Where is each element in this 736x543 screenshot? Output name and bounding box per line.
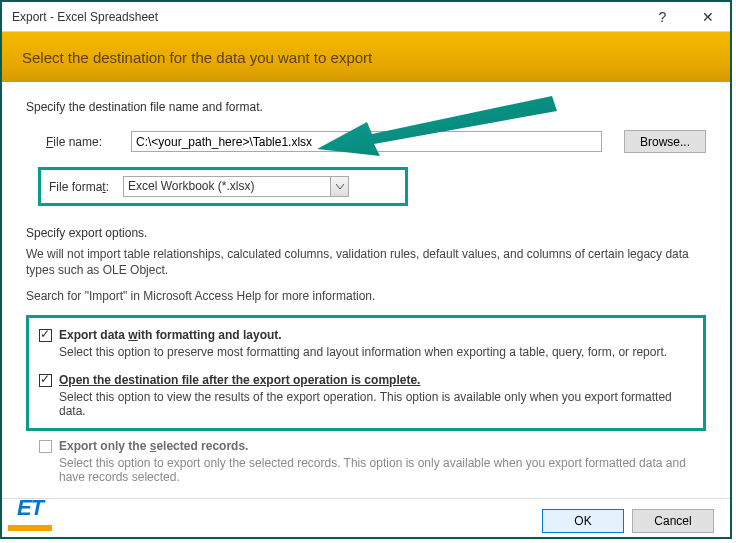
footer: OK Cancel xyxy=(2,499,730,543)
cancel-button[interactable]: Cancel xyxy=(632,509,714,533)
titlebar: Export - Excel Spreadsheet ? ✕ xyxy=(2,2,730,32)
option-export-formatting-desc: Select this option to preserve most form… xyxy=(59,345,693,359)
banner-text: Select the destination for the data you … xyxy=(22,49,372,66)
titlebar-controls: ? ✕ xyxy=(640,2,730,31)
content: Specify the destination file name and fo… xyxy=(2,82,730,499)
option-selected-records: Export only the selected records. Select… xyxy=(39,439,706,484)
filename-row: File name: Browse... xyxy=(46,130,706,153)
ok-button[interactable]: OK xyxy=(542,509,624,533)
options-heading: Specify export options. xyxy=(26,226,706,240)
window-title: Export - Excel Spreadsheet xyxy=(12,10,640,24)
option-export-formatting-label: Export data with formatting and layout. xyxy=(59,328,693,342)
option-open-after: Open the destination file after the expo… xyxy=(39,373,693,418)
options-help-hint: Search for "Import" in Microsoft Access … xyxy=(26,288,706,304)
option-open-after-label: Open the destination file after the expo… xyxy=(59,373,693,387)
filename-label: File name: xyxy=(46,135,131,149)
browse-button[interactable]: Browse... xyxy=(624,130,706,153)
checkbox-open-after[interactable] xyxy=(39,374,52,387)
options-highlight-box: Export data with formatting and layout. … xyxy=(26,315,706,431)
banner: Select the destination for the data you … xyxy=(2,32,730,82)
filename-input[interactable] xyxy=(131,131,602,152)
logo-badge: ET xyxy=(8,491,52,531)
checkbox-selected-records xyxy=(39,440,52,453)
file-format-value: Excel Workbook (*.xlsx) xyxy=(124,177,330,196)
close-button[interactable]: ✕ xyxy=(685,2,730,31)
option-export-formatting: Export data with formatting and layout. … xyxy=(39,328,693,359)
chevron-down-icon[interactable] xyxy=(330,177,348,196)
file-format-label: File format: xyxy=(49,180,123,194)
help-button[interactable]: ? xyxy=(640,2,685,31)
option-open-after-desc: Select this option to view the results o… xyxy=(59,390,693,418)
options-warning: We will not import table relationships, … xyxy=(26,246,706,278)
checkbox-export-formatting[interactable] xyxy=(39,329,52,342)
export-dialog: Export - Excel Spreadsheet ? ✕ Select th… xyxy=(0,0,732,539)
option-selected-records-label: Export only the selected records. xyxy=(59,439,706,453)
option-selected-records-desc: Select this option to export only the se… xyxy=(59,456,706,484)
file-format-combo[interactable]: Excel Workbook (*.xlsx) xyxy=(123,176,349,197)
dest-instruction: Specify the destination file name and fo… xyxy=(26,100,706,114)
file-format-highlight: File format: Excel Workbook (*.xlsx) xyxy=(38,167,408,206)
